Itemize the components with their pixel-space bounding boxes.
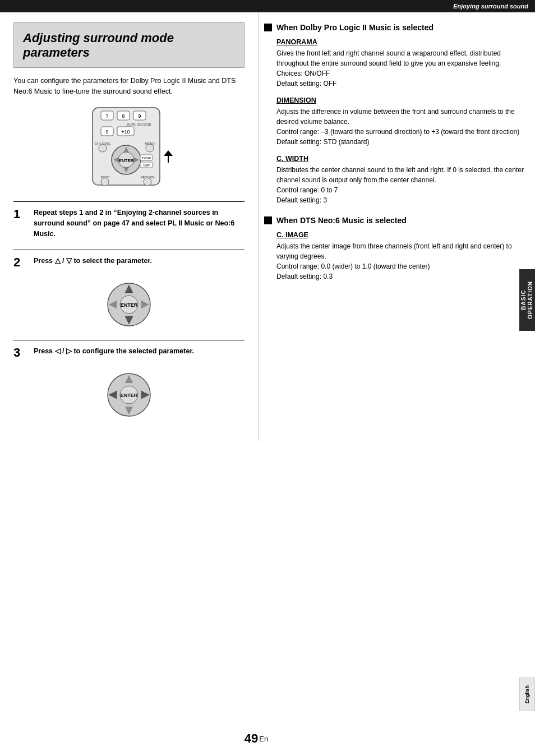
svg-text:YSP: YSP	[143, 164, 150, 167]
top-bar: Enjoying surround sound	[0, 0, 535, 12]
main-content: Adjusting surround mode parameters You c…	[0, 12, 535, 441]
remote-svg-full: 7 8 9 SURL DECODE 0 +10 CH LEVEL MENU	[76, 107, 182, 188]
step-2-number: 2	[13, 256, 34, 269]
step-2-divider	[13, 250, 245, 250]
cwidth-subsection: C. WIDTH Distributes the center channel …	[264, 155, 525, 205]
svg-text:7: 7	[105, 113, 108, 119]
dimension-body: Adjusts the difference in volume between…	[276, 107, 525, 147]
dts-section-header: When DTS Neo:6 Music is selected	[264, 215, 525, 225]
basic-operation-label: BASICOPERATION	[520, 281, 534, 319]
page-number: 49	[245, 731, 258, 746]
svg-text:+10: +10	[121, 129, 130, 135]
dimension-subsection: DIMENSION Adjusts the difference in volu…	[264, 96, 525, 147]
remote-diagram-full: 7 8 9 SURL DECODE 0 +10 CH LEVEL MENU	[13, 107, 245, 188]
enter-svg-1: ENTER	[95, 279, 163, 330]
dts-header-icon	[264, 216, 272, 224]
svg-text:ENTER: ENTER	[121, 302, 138, 308]
step-2: 2 Press △ / ▽ to select the parameter.	[13, 256, 245, 269]
panorama-body: Gives the front left and right channel s…	[276, 48, 525, 89]
dts-section-title: When DTS Neo:6 Music is selected	[276, 215, 407, 225]
english-label: English	[524, 685, 530, 704]
svg-text:0: 0	[105, 129, 108, 135]
step-3-text: Press ◁ / ▷ to configure the selected pa…	[34, 346, 194, 357]
step-1-divider	[13, 201, 245, 202]
page-number-area: 49 En	[0, 731, 535, 746]
cimage-subsection: C. IMAGE Adjusts the center image from t…	[264, 231, 525, 282]
panorama-subsection: PANORAMA Gives the front left and right …	[264, 38, 525, 89]
svg-text:9: 9	[138, 113, 141, 119]
intro-text: You can configure the parameters for Dol…	[13, 76, 245, 97]
svg-text:ENTER: ENTER	[118, 158, 133, 163]
svg-text:8: 8	[122, 113, 124, 119]
cwidth-title: C. WIDTH	[276, 155, 525, 163]
svg-text:ENTER: ENTER	[121, 393, 138, 398]
step-3-number: 3	[13, 346, 34, 359]
left-column: Adjusting surround mode parameters You c…	[0, 12, 258, 441]
svg-point-29	[101, 178, 109, 186]
step-1-text: Repeat steps 1 and 2 in “Enjoying 2-chan…	[34, 208, 245, 239]
step-1: 1 Repeat steps 1 and 2 in “Enjoying 2-ch…	[13, 208, 245, 239]
svg-point-30	[144, 178, 151, 186]
svg-point-15	[146, 144, 154, 152]
cimage-body: Adjusts the center image from three chan…	[276, 241, 525, 282]
dimension-title: DIMENSION	[276, 96, 525, 104]
step-3: 3 Press ◁ / ▷ to configure the selected …	[13, 346, 245, 359]
svg-point-14	[99, 144, 107, 152]
dolby-section-header: When Dolby Pro Logic II Music is selecte…	[264, 22, 525, 33]
dolby-header-icon	[264, 24, 272, 31]
title-box: Adjusting surround mode parameters	[13, 22, 245, 68]
page-title: Adjusting surround mode parameters	[23, 31, 235, 61]
step-3-divider	[13, 340, 245, 340]
cimage-title: C. IMAGE	[276, 231, 525, 239]
enter-diagram-1: ENTER	[13, 279, 245, 330]
english-tab: English	[519, 677, 535, 711]
enter-svg-2: ENTER	[95, 370, 163, 420]
step-1-number: 1	[13, 208, 34, 221]
page-suffix: En	[259, 735, 268, 743]
svg-text:TV/AV: TV/AV	[142, 156, 151, 160]
cwidth-body: Distributes the center channel sound to …	[276, 165, 525, 205]
section-title-bar: Enjoying surround sound	[453, 3, 528, 10]
step-2-text: Press △ / ▽ to select the parameter.	[34, 256, 152, 266]
basic-operation-tab: BASICOPERATION	[519, 269, 535, 331]
right-column: When Dolby Pro Logic II Music is selecte…	[258, 12, 535, 441]
enter-diagram-2: ENTER	[13, 370, 245, 420]
panorama-title: PANORAMA	[276, 38, 525, 46]
dolby-section-title: When Dolby Pro Logic II Music is selecte…	[276, 22, 433, 33]
svg-text:SURL DECODE: SURL DECODE	[127, 123, 151, 126]
